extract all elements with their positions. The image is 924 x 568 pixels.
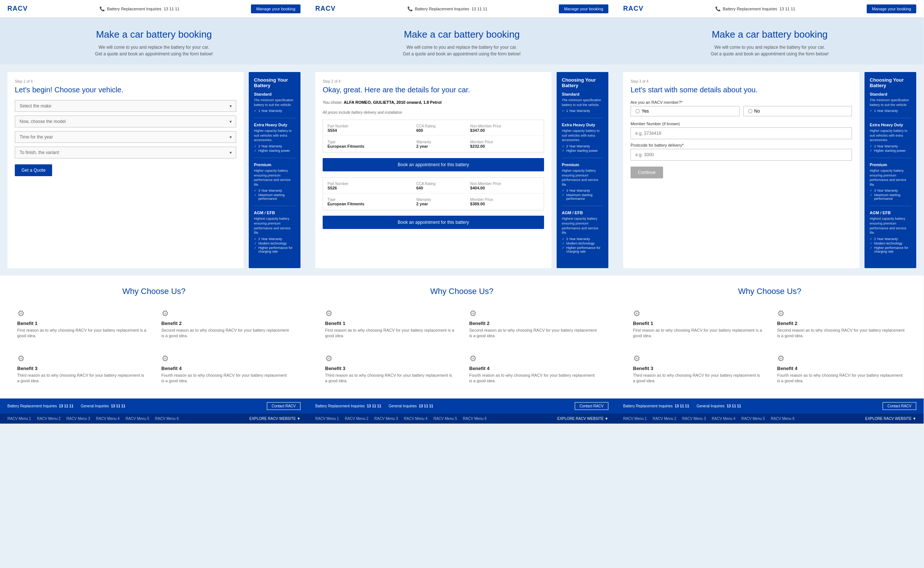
nav-link-4[interactable]: RACV Menu 4 <box>712 417 736 421</box>
why-section: Why Choose Us? ⚙ Benefit 1 First reason … <box>308 275 616 399</box>
nav-link-3[interactable]: RACV Menu 3 <box>374 417 398 421</box>
member-question-label: Are you an RACV member?* <box>630 100 852 104</box>
contact-racv-button[interactable]: Contact RACV <box>575 402 608 410</box>
manage-booking-button[interactable]: Manage your booking <box>559 5 608 13</box>
benefit-4-text: Fourth reason as to why choosing RACV fo… <box>470 373 599 384</box>
nav-link-2[interactable]: RACV Menu 2 <box>345 417 368 421</box>
nav-link-5[interactable]: RACV Menu 5 <box>741 417 765 421</box>
model-select[interactable]: Now, choose the model <box>15 116 236 127</box>
phone-number: 13 11 11 <box>472 7 488 11</box>
hero-title: Make a car battery booking <box>8 29 300 40</box>
prices-note: All prices include battery delivery and … <box>323 110 544 115</box>
benefit-1-title: Benefit 1 <box>17 320 147 326</box>
footer-general-label: General Inquiries 13 11 11 <box>80 404 125 408</box>
nav-link-3[interactable]: RACV Menu 3 <box>67 417 90 421</box>
explore-website-link[interactable]: EXPLORE RACV WEBSITE ▼ <box>557 417 608 421</box>
battery-type-standard: Standard The minimum specification batte… <box>869 92 911 118</box>
battery-sidebar: Choosing Your Battery Standard The minim… <box>865 72 916 268</box>
sidebar-title: Choosing Your Battery <box>869 77 911 88</box>
footer-links: Battery Replacement Inquiries 13 11 11 G… <box>623 404 741 408</box>
benefit-2-icon: ⚙ <box>162 309 291 318</box>
form-title: Let's start with some details about you. <box>630 86 852 94</box>
logo: RACV <box>623 5 644 12</box>
benefit-4-title: Benefit 4 <box>470 366 599 371</box>
main-content: Step 3 of 4 Let's start with some detail… <box>616 65 924 275</box>
manage-booking-button[interactable]: Manage your booking <box>867 5 916 13</box>
nav-link-5[interactable]: RACV Menu 5 <box>433 417 457 421</box>
book-battery-2-button[interactable]: Book an appointment for this battery <box>323 216 544 229</box>
benefit-2-text: Second reason as to why choosing RACV fo… <box>777 328 907 339</box>
nav-link-1[interactable]: RACV Menu 1 <box>315 417 339 421</box>
benefit-3-text: Third reason as to why choosing RACV for… <box>17 373 147 384</box>
header: RACV 📞 Battery Replacement Inquiries 13 … <box>0 0 308 18</box>
battery-type-premium: Premium Higher capacity battery ensuring… <box>562 163 603 206</box>
nav-link-4[interactable]: RACV Menu 4 <box>96 417 120 421</box>
phone-label: Battery Replacement Inquiries <box>107 7 162 11</box>
hero-subtitle: We will come to you and replace the batt… <box>315 44 608 57</box>
explore-website-link[interactable]: EXPLORE RACV WEBSITE ▼ <box>865 417 916 421</box>
benefit-4-icon: ⚙ <box>470 354 599 363</box>
yes-label: Yes <box>642 109 649 114</box>
member-radio-group: Yes No <box>630 106 852 116</box>
sidebar-title: Choosing Your Battery <box>562 77 603 88</box>
footer-general-label: General Inquiries 13 11 11 <box>696 404 741 408</box>
yes-radio-circle <box>635 109 640 113</box>
benefit-1-title: Benefit 1 <box>633 320 762 326</box>
benefits-grid: ⚙ Benefit 1 First reason as to why choos… <box>14 305 295 388</box>
nav-link-6[interactable]: RACV Menu 6 <box>771 417 795 421</box>
continue-button[interactable]: Continue <box>630 166 663 178</box>
yes-option[interactable]: Yes <box>630 106 739 116</box>
benefit-4: ⚙ Benefit 4 Fourth reason as to why choo… <box>158 350 295 388</box>
nav-link-1[interactable]: RACV Menu 1 <box>8 417 31 421</box>
benefit-2-title: Benefit 2 <box>470 320 599 326</box>
postcode-label: Postcode for battery delivery* <box>630 143 852 147</box>
no-option[interactable]: No <box>743 106 852 116</box>
nav-link-6[interactable]: RACV Menu 6 <box>155 417 179 421</box>
benefit-3-icon: ⚙ <box>17 354 147 363</box>
battery-type-agm: AGM / EFB Highest capacity battery ensur… <box>869 210 911 258</box>
benefit-2-icon: ⚙ <box>777 309 907 318</box>
benefit-4-text: Fourth reason as to why choosing RACV fo… <box>162 373 291 384</box>
hero-title: Make a car battery booking <box>315 29 608 40</box>
book-battery-1-button[interactable]: Book an appointment for this battery <box>323 158 544 171</box>
nav-link-2[interactable]: RACV Menu 2 <box>653 417 676 421</box>
car-details-panel: Step 2 of 4 Okay, great. Here are the de… <box>315 72 551 268</box>
battery-type-ehd: Extra Heavy Duty Higher capacity battery… <box>562 122 603 158</box>
nav-link-6[interactable]: RACV Menu 6 <box>463 417 487 421</box>
nav-link-1[interactable]: RACV Menu 1 <box>623 417 647 421</box>
benefit-1-icon: ⚙ <box>17 309 147 318</box>
panel-step3: RACV 📞 Battery Replacement Inquiries 13 … <box>616 0 924 424</box>
no-label: No <box>754 109 760 114</box>
battery-type-standard: Standard The minimum specification batte… <box>254 92 295 118</box>
main-content: Step 1 of 4 Let's begin! Choose your veh… <box>0 65 308 275</box>
battery-type-premium: Premium Higher capacity battery ensuring… <box>254 163 295 206</box>
benefit-2-title: Benefit 2 <box>777 320 907 326</box>
hero: Make a car battery booking We will come … <box>0 18 308 65</box>
nav-link-4[interactable]: RACV Menu 4 <box>404 417 428 421</box>
variant-select[interactable]: To finish, the variant <box>15 147 236 159</box>
header: RACV 📞 Battery Replacement Inquiries 13 … <box>616 0 924 18</box>
benefit-4-text: Fourth reason as to why choosing RACV fo… <box>777 373 907 384</box>
logo: RACV <box>8 5 28 12</box>
footer-top: Battery Replacement Inquiries 13 11 11 G… <box>616 399 924 414</box>
member-number-input[interactable] <box>630 127 852 139</box>
nav-link-3[interactable]: RACV Menu 3 <box>682 417 706 421</box>
nav-link-5[interactable]: RACV Menu 5 <box>126 417 149 421</box>
manage-booking-button[interactable]: Manage your booking <box>251 5 300 13</box>
nav-link-2[interactable]: RACV Menu 2 <box>37 417 61 421</box>
get-quote-button[interactable]: Get a Quote <box>15 164 52 176</box>
postcode-input[interactable] <box>630 149 852 161</box>
header: RACV 📞 Battery Replacement Inquiries 13 … <box>308 0 616 18</box>
battery-type-standard: Standard The minimum specification batte… <box>562 92 603 118</box>
make-select[interactable]: Select the make <box>15 100 236 112</box>
footer-battery-label: Battery Replacement Inquiries 13 11 11 <box>8 404 73 408</box>
benefits-grid: ⚙ Benefit 1 First reason as to why choos… <box>629 305 910 388</box>
explore-website-link[interactable]: EXPLORE RACV WEBSITE ▼ <box>250 417 300 421</box>
year-select[interactable]: Time for the year <box>15 131 236 143</box>
header-center: 📞 Battery Replacement Inquiries 13 11 11 <box>407 6 488 11</box>
benefit-1: ⚙ Benefit 1 First reason as to why choos… <box>14 305 150 343</box>
contact-racv-button[interactable]: Contact RACV <box>883 402 916 410</box>
why-title: Why Choose Us? <box>8 287 300 296</box>
main-content: Step 2 of 4 Okay, great. Here are the de… <box>308 65 616 275</box>
contact-racv-button[interactable]: Contact RACV <box>267 402 300 410</box>
